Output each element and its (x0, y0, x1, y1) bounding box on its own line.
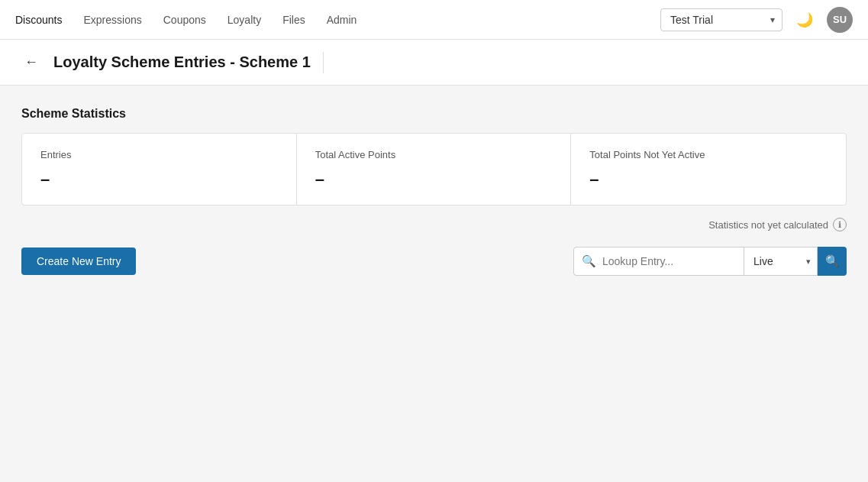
stat-not-active-points-label: Total Points Not Yet Active (589, 149, 828, 160)
info-row: Statistics not yet calculated ℹ (21, 218, 847, 231)
nav-coupons[interactable]: Coupons (163, 11, 206, 29)
stats-info-text: Statistics not yet calculated (708, 219, 828, 231)
info-icon[interactable]: ℹ (833, 218, 847, 231)
stat-not-active-points: Total Points Not Yet Active – (571, 134, 846, 205)
nav-loyalty[interactable]: Loyalty (227, 11, 261, 29)
lookup-select-wrapper: Live All Archived ▾ (744, 247, 818, 276)
org-select[interactable]: Test Trial (660, 8, 782, 31)
nav-files[interactable]: Files (282, 11, 305, 29)
lookup-search-button[interactable]: 🔍 (818, 247, 847, 276)
lookup-filter-select[interactable]: Live All Archived (744, 247, 817, 275)
nav-admin[interactable]: Admin (327, 11, 357, 29)
lookup-search-icon: 🔍 (582, 254, 596, 268)
stat-active-points-label: Total Active Points (315, 149, 553, 160)
nav-expressions[interactable]: Expressions (83, 11, 141, 29)
nav-links: Discounts Expressions Coupons Loyalty Fi… (15, 11, 660, 29)
page-title: Loyalty Scheme Entries - Scheme 1 (53, 53, 311, 71)
page-header: ← Loyalty Scheme Entries - Scheme 1 (0, 40, 868, 86)
stat-active-points-value: – (315, 170, 553, 189)
stat-entries-value: – (40, 170, 278, 189)
main-content: Scheme Statistics Entries – Total Active… (0, 86, 868, 297)
lookup-search-button-icon: 🔍 (825, 254, 840, 268)
org-select-wrapper: Test Trial ▾ (660, 8, 782, 31)
lookup-area: 🔍 Live All Archived ▾ 🔍 (573, 247, 847, 276)
actions-row: Create New Entry 🔍 Live All Archived ▾ 🔍 (21, 247, 847, 276)
nav-discounts[interactable]: Discounts (15, 11, 62, 29)
page-title-divider (323, 52, 324, 73)
stat-not-active-points-value: – (589, 170, 828, 189)
stats-grid: Entries – Total Active Points – Total Po… (21, 133, 847, 205)
top-nav: Discounts Expressions Coupons Loyalty Fi… (0, 0, 868, 40)
scheme-statistics-title: Scheme Statistics (21, 107, 847, 121)
avatar[interactable]: SU (827, 7, 853, 33)
stat-entries-label: Entries (40, 149, 278, 160)
lookup-input[interactable] (602, 255, 736, 267)
stat-active-points: Total Active Points – (297, 134, 572, 205)
lookup-search-wrapper: 🔍 (573, 247, 744, 276)
stat-entries: Entries – (22, 134, 297, 205)
nav-right: Test Trial ▾ 🌙 SU (660, 7, 853, 33)
back-button[interactable]: ← (21, 51, 41, 73)
create-new-entry-button[interactable]: Create New Entry (21, 247, 136, 275)
dark-mode-toggle[interactable]: 🌙 (792, 7, 818, 33)
